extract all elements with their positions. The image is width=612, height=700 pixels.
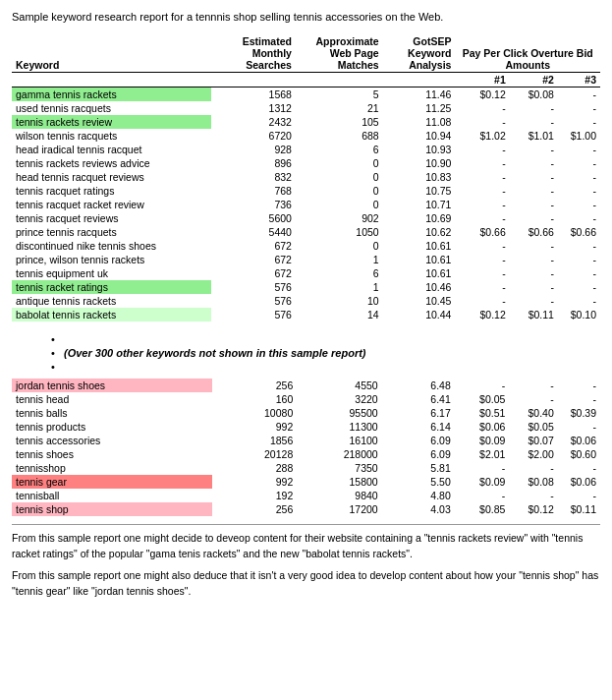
keyword-cell: prince tennis racquets [12, 225, 211, 239]
data-cell: 6.41 [382, 392, 455, 406]
data-cell: 10.46 [383, 280, 456, 294]
data-cell: - [455, 184, 509, 198]
data-cell: 192 [212, 489, 297, 502]
data-cell: - [455, 239, 509, 253]
col-subheader-webpage-blank [296, 73, 383, 88]
table-row: used tennis racquets13122111.25--- [12, 101, 600, 115]
data-cell: - [558, 88, 600, 102]
table-row: tennis products992113006.14$0.06$0.05- [12, 420, 600, 434]
data-cell: $0.66 [510, 225, 558, 239]
table-row: tennis racquet reviews560090210.69--- [12, 211, 600, 225]
data-cell: - [455, 211, 509, 225]
data-cell: 105 [296, 115, 383, 129]
table-row: tennis equipment uk672610.61--- [12, 266, 600, 280]
data-cell: 4550 [297, 379, 381, 392]
data-cell: 256 [212, 502, 297, 516]
data-cell: - [455, 461, 510, 475]
data-cell: $0.09 [455, 434, 510, 447]
data-cell: 5.50 [382, 475, 455, 489]
data-cell: - [455, 294, 509, 308]
data-cell: 896 [211, 156, 296, 170]
keyword-cell: prince, wilson tennis rackets [12, 253, 211, 266]
col-subheader-ppc2: #2 [510, 73, 558, 88]
data-cell: - [558, 156, 600, 170]
data-cell: - [558, 379, 600, 392]
data-cell: 688 [296, 129, 383, 143]
table-row: jordan tennis shoes25645506.48--- [12, 379, 600, 392]
data-cell: 992 [212, 475, 297, 489]
data-cell: 0 [296, 170, 383, 184]
data-cell: 576 [211, 294, 296, 308]
keyword-cell: babolat tennis rackets [12, 308, 211, 321]
keyword-table: Keyword Estimated Monthly Searches Appro… [12, 34, 600, 321]
data-cell: 0 [296, 239, 383, 253]
data-cell: 7350 [297, 461, 381, 475]
data-cell: - [558, 461, 600, 475]
data-cell: - [455, 280, 509, 294]
data-cell: $0.39 [558, 406, 600, 420]
keyword-cell: tennis balls [12, 406, 212, 420]
data-cell: 288 [212, 461, 297, 475]
data-cell: 3220 [297, 392, 381, 406]
keyword-cell: tennisball [12, 489, 212, 502]
data-cell: 11.25 [383, 101, 456, 115]
keyword-cell: tennis gear [12, 475, 212, 489]
data-cell: 10.62 [383, 225, 456, 239]
col-subheader-blank [12, 73, 211, 88]
data-cell: 10.94 [383, 129, 456, 143]
data-cell: $0.06 [455, 420, 510, 434]
data-cell: - [455, 379, 510, 392]
data-cell: $0.10 [558, 308, 600, 321]
col-header-ppc-group: Pay Per Click Overture Bid Amounts [455, 34, 600, 73]
data-cell: $0.08 [509, 475, 557, 489]
data-cell: 256 [212, 379, 297, 392]
keyword-cell: head iradical tennis racquet [12, 143, 211, 156]
data-cell: 10.45 [383, 294, 456, 308]
data-cell: 1568 [211, 88, 296, 102]
data-cell: $0.11 [558, 502, 600, 516]
keyword-cell: head tennis racquet reviews [12, 170, 211, 184]
bullet-note-text: (Over 300 other keywords not shown in th… [64, 347, 365, 359]
data-cell: 10.71 [383, 198, 456, 211]
data-cell: - [558, 266, 600, 280]
data-cell: 10.61 [383, 239, 456, 253]
data-cell: 576 [211, 280, 296, 294]
data-cell: 95500 [297, 406, 381, 420]
data-cell: $0.07 [509, 434, 557, 447]
data-cell: $0.06 [558, 475, 600, 489]
data-cell: 10.93 [383, 143, 456, 156]
table-row: antique tennis rackets5761010.45--- [12, 294, 600, 308]
data-cell: - [455, 156, 509, 170]
data-cell: $0.66 [558, 225, 600, 239]
table-row: tennis rackets reviews advice896010.90--… [12, 156, 600, 170]
data-cell: 736 [211, 198, 296, 211]
data-cell: $1.00 [558, 129, 600, 143]
data-cell: 10.44 [383, 308, 456, 321]
data-cell: 10.83 [383, 170, 456, 184]
bullet-1: • [51, 333, 600, 345]
data-cell: 14 [296, 308, 383, 321]
data-cell: 0 [296, 184, 383, 198]
data-cell: 15800 [297, 475, 381, 489]
keyword-table-bottom: jordan tennis shoes25645506.48---tennis … [12, 379, 600, 516]
keyword-cell: tennis racket ratings [12, 280, 211, 294]
data-cell: - [455, 253, 509, 266]
data-cell: $0.51 [455, 406, 510, 420]
data-cell: 902 [296, 211, 383, 225]
keyword-cell: tennis equipment uk [12, 266, 211, 280]
col-header-keyword: Keyword [12, 34, 211, 73]
data-cell: - [558, 239, 600, 253]
data-cell: $0.09 [455, 475, 510, 489]
table-row: tennisshop28873505.81--- [12, 461, 600, 475]
keyword-cell: tennis shoes [12, 447, 212, 461]
data-cell: $0.85 [455, 502, 510, 516]
data-cell: - [455, 143, 509, 156]
footer-paragraph-1: From this sample report one might decide… [12, 531, 600, 562]
data-cell: 1 [296, 253, 383, 266]
table-row: tennis head16032206.41$0.05-- [12, 392, 600, 406]
keyword-cell: tennis shop [12, 502, 212, 516]
data-cell: 0 [296, 198, 383, 211]
data-cell: 11.08 [383, 115, 456, 129]
data-cell: 6.09 [382, 434, 455, 447]
data-cell: $0.06 [558, 434, 600, 447]
